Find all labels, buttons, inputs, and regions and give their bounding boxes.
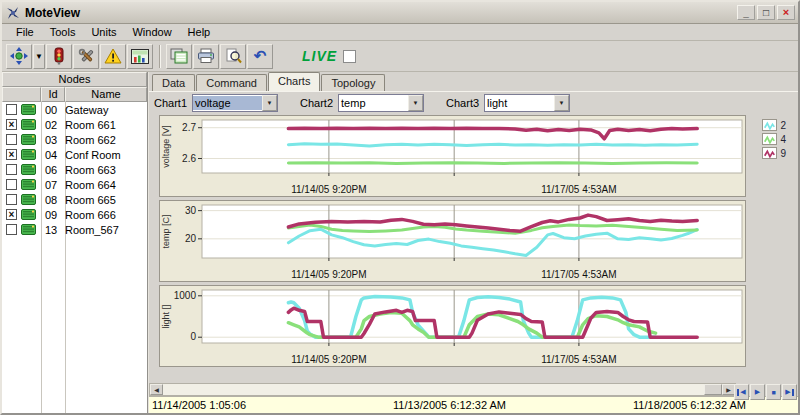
chart-selectors: Chart1 voltage ▼ Chart2 temp ▼ Chart3 xyxy=(149,91,798,113)
nodes-header-blank xyxy=(2,87,41,102)
svg-text:11/17/05 4:53AM: 11/17/05 4:53AM xyxy=(541,354,616,365)
legend-label: 9 xyxy=(780,148,786,159)
menu-units[interactable]: Units xyxy=(83,25,124,40)
preview-button[interactable] xyxy=(220,44,246,69)
navigate-button[interactable] xyxy=(6,44,32,69)
navigate-dropdown-button[interactable]: ▼ xyxy=(33,44,45,69)
node-checkbox[interactable] xyxy=(6,224,17,235)
chart3-select[interactable]: light ▼ xyxy=(484,94,570,112)
menu-help[interactable]: Help xyxy=(180,25,219,40)
live-checkbox[interactable] xyxy=(343,50,356,63)
chart2-value: temp xyxy=(339,96,408,110)
mote-icon xyxy=(21,164,36,175)
menu-tools[interactable]: Tools xyxy=(42,25,84,40)
mote-icon xyxy=(21,149,36,160)
node-checkbox[interactable] xyxy=(6,104,17,115)
svg-text:2.7: 2.7 xyxy=(182,122,196,133)
current-time: 11/14/2005 1:05:06 xyxy=(152,399,246,411)
legend-label: 4 xyxy=(780,134,786,145)
chart3-value: light xyxy=(485,96,554,110)
node-row[interactable]: 00Gateway xyxy=(2,102,147,117)
node-row[interactable]: 03Room 662 xyxy=(2,132,147,147)
svg-text:temp [C]: temp [C] xyxy=(161,214,171,248)
nodes-panel-title: Nodes xyxy=(2,72,147,87)
tab-charts[interactable]: Charts xyxy=(268,72,320,91)
print-button[interactable] xyxy=(193,44,219,69)
tab-bar: Data Command Charts Topology xyxy=(149,72,798,91)
nodes-header-row: Id Name xyxy=(2,87,147,102)
warning-icon xyxy=(104,48,122,64)
undo-button[interactable]: ↶ xyxy=(247,44,273,69)
nodes-header-name[interactable]: Name xyxy=(65,87,147,102)
alerts-button[interactable] xyxy=(100,44,126,69)
svg-text:11/14/05 9:20PM: 11/14/05 9:20PM xyxy=(291,184,366,195)
tab-data[interactable]: Data xyxy=(152,74,195,91)
node-checkbox[interactable]: × xyxy=(6,119,17,130)
chart2-select[interactable]: temp ▼ xyxy=(338,94,424,112)
toolbar: ▼ xyxy=(2,41,798,72)
minimize-button[interactable]: _ xyxy=(737,5,755,20)
maximize-button[interactable]: □ xyxy=(757,5,775,20)
node-checkbox[interactable]: × xyxy=(6,149,17,160)
chart1-select[interactable]: voltage ▼ xyxy=(192,94,278,112)
node-row[interactable]: ×04Conf Room xyxy=(2,147,147,162)
status-bar: 11/14/2005 1:05:06 11/13/2005 6:12:32 AM… xyxy=(149,396,798,413)
chart3-label: Chart3 xyxy=(446,97,479,109)
chevron-down-icon[interactable]: ▼ xyxy=(554,95,569,111)
svg-text:11/14/05 9:20PM: 11/14/05 9:20PM xyxy=(291,269,366,280)
toolbar-separator xyxy=(159,45,161,68)
nodes-header-id[interactable]: Id xyxy=(41,87,65,102)
print-icon xyxy=(197,48,215,64)
chevron-down-icon[interactable]: ▼ xyxy=(262,95,277,111)
svg-text:11/14/05 9:20PM: 11/14/05 9:20PM xyxy=(291,354,366,365)
window-title: MoteView xyxy=(25,6,735,20)
main-area: Nodes Id Name 00Gateway×02Room 66103Room… xyxy=(2,72,798,413)
node-row[interactable]: 07Room 664 xyxy=(2,177,147,192)
time-scrollbar[interactable]: ◀ ▶ xyxy=(149,383,736,396)
menu-file[interactable]: File xyxy=(8,25,42,40)
tab-topology[interactable]: Topology xyxy=(321,74,385,91)
node-checkbox[interactable] xyxy=(6,179,17,190)
light-chart: 1000011/14/05 9:20PM11/17/05 4:53AMlight… xyxy=(159,285,746,367)
tab-command[interactable]: Command xyxy=(196,74,267,91)
node-checkbox[interactable] xyxy=(6,134,17,145)
chevron-down-icon[interactable]: ▼ xyxy=(408,95,423,111)
node-checkbox[interactable] xyxy=(6,194,17,205)
play-button[interactable]: ▶ xyxy=(750,384,765,400)
node-checkbox[interactable] xyxy=(6,164,17,175)
range-start-time: 11/13/2005 6:12:32 AM xyxy=(393,399,506,411)
stop-button[interactable]: ■ xyxy=(766,384,781,400)
legend-label: 2 xyxy=(780,120,786,131)
svg-text:2.6: 2.6 xyxy=(182,153,196,164)
mote-icon xyxy=(21,179,36,190)
node-row[interactable]: ×02Room 661 xyxy=(2,117,147,132)
node-row[interactable]: 13Room_567 xyxy=(2,222,147,237)
svg-text:voltage [V]: voltage [V] xyxy=(161,125,171,168)
server-status-button[interactable] xyxy=(46,44,72,69)
app-logo-icon xyxy=(5,5,21,21)
nodes-body: 00Gateway×02Room 66103Room 662×04Conf Ro… xyxy=(2,102,147,413)
preview-icon xyxy=(225,48,242,64)
scrollbar-thumb[interactable] xyxy=(704,384,722,395)
export-button[interactable] xyxy=(166,44,192,69)
svg-text:11/17/05 4:53AM: 11/17/05 4:53AM xyxy=(541,184,616,195)
node-row[interactable]: ×09Room 666 xyxy=(2,207,147,222)
chart1-label: Chart1 xyxy=(154,97,187,109)
scroll-left-button[interactable]: ◀ xyxy=(150,384,163,395)
moteview-window: MoteView _ □ × File Tools Units Window H… xyxy=(0,0,800,415)
nodes-panel: Nodes Id Name 00Gateway×02Room 66103Room… xyxy=(2,72,149,413)
skip-start-button[interactable]: ◀ xyxy=(734,384,749,400)
undo-icon: ↶ xyxy=(254,50,267,62)
menu-window[interactable]: Window xyxy=(124,25,179,40)
close-button[interactable]: × xyxy=(777,5,795,20)
node-row[interactable]: 08Room 665 xyxy=(2,192,147,207)
skip-end-icon: ▶ xyxy=(785,388,790,396)
chart-view-button[interactable] xyxy=(127,44,153,69)
scrollbar-track[interactable] xyxy=(163,384,704,395)
svg-text:light []: light [] xyxy=(161,304,171,328)
settings-button[interactable] xyxy=(73,44,99,69)
node-id: 04 xyxy=(36,149,60,161)
skip-end-button[interactable]: ▶ xyxy=(782,384,797,400)
node-checkbox[interactable]: × xyxy=(6,209,17,220)
node-row[interactable]: 06Room 663 xyxy=(2,162,147,177)
